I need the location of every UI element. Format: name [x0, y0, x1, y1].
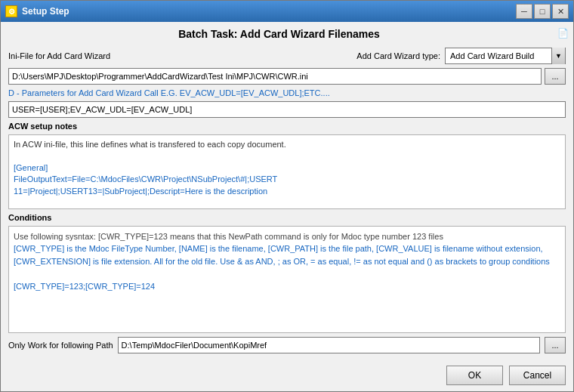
path-row: Only Work for following Path ... [8, 337, 566, 353]
ini-section-label: Ini-File for Add Card Wizard [8, 51, 110, 60]
acw-notes-box: In ACW ini-file, this line defines what … [8, 134, 566, 209]
title-bar: ⚙ Setup Step ─ □ ✕ [1, 1, 573, 22]
type-dropdown-text: Add Card Wizard Build [446, 51, 551, 60]
close-button[interactable]: ✕ [552, 4, 569, 19]
button-row: OK Cancel [1, 361, 573, 391]
conditions-box: Use following sysntax: [CWR_TYPE]=123 me… [8, 226, 566, 333]
type-selector-label: Add Card Wizard type: [356, 51, 440, 60]
cancel-button[interactable]: Cancel [509, 366, 566, 385]
main-window: ⚙ Setup Step ─ □ ✕ Batch Task: Add Card … [0, 0, 574, 392]
content-area: Ini-File for Add Card Wizard Add Card Wi… [1, 45, 573, 361]
ini-file-input[interactable] [8, 68, 542, 85]
header-row: Ini-File for Add Card Wizard Add Card Wi… [8, 48, 566, 64]
cond-line2: [CWR_TYPE] is the Mdoc FileType Number, … [14, 244, 543, 253]
type-selector: Add Card Wizard type: Add Card Wizard Bu… [356, 48, 566, 64]
minimize-button[interactable]: ─ [516, 4, 532, 19]
acw-notes-title: ACW setup notes [8, 122, 566, 131]
path-label: Only Work for following Path [8, 341, 113, 350]
window-icon: ⚙ [5, 5, 17, 17]
type-dropdown[interactable]: Add Card Wizard Build ▼ [445, 48, 566, 64]
ini-browse-button[interactable]: ... [545, 68, 566, 85]
params-row [8, 101, 566, 118]
notes-line5: 11=|Project|;USERT13=|SubProject|;Descri… [14, 187, 267, 196]
ok-button[interactable]: OK [446, 366, 503, 385]
cond-line5: [CWR_TYPE]=123;[CWR_TYPE]=124 [14, 282, 155, 291]
ini-file-row: ... [8, 68, 566, 85]
params-input[interactable] [8, 101, 566, 118]
maximize-button[interactable]: □ [534, 4, 551, 19]
path-browse-button[interactable]: ... [545, 337, 566, 353]
notes-line1: In ACW ini-file, this line defines what … [14, 140, 286, 149]
copy-icon: 📄 [557, 28, 569, 39]
window-controls: ─ □ ✕ [516, 4, 569, 19]
params-label: D - Parameters for Add Card Wizard Call … [8, 88, 566, 97]
window-title: Setup Step [22, 6, 69, 17]
conditions-title: Conditions [8, 213, 566, 222]
cond-line1: Use following sysntax: [CWR_TYPE]=123 me… [14, 232, 443, 241]
cond-line3: [CWR_EXTENSION] is file extension. All f… [14, 257, 550, 266]
dialog-title: Batch Task: Add Card Wizard Filenames 📄 [1, 22, 573, 45]
dropdown-arrow-icon[interactable]: ▼ [551, 48, 565, 64]
notes-line3: [General] [14, 163, 48, 172]
notes-line4: FileOutputText=File=C:\MdocFiles\CWR\Pro… [14, 174, 277, 184]
path-input[interactable] [118, 337, 540, 353]
